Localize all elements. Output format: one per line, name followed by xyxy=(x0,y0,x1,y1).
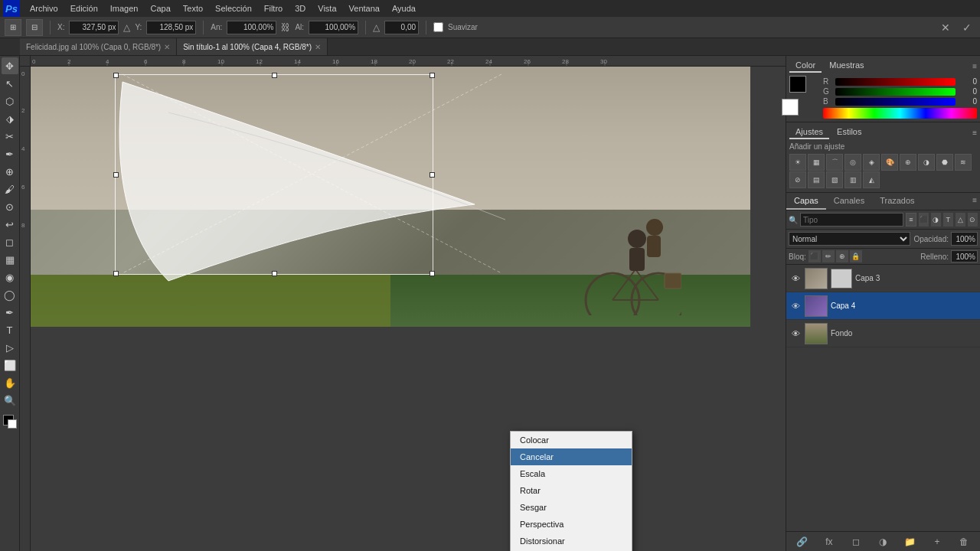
magic-tool[interactable]: ⬗ xyxy=(2,110,18,127)
lock-all-icon[interactable]: 🔒 xyxy=(850,250,862,262)
menu-filtro[interactable]: Filtro xyxy=(259,2,288,15)
move-tool[interactable]: ✥ xyxy=(2,57,18,74)
hand-tool[interactable]: ✋ xyxy=(2,374,18,391)
ctx-distorsionar[interactable]: Distorsionar xyxy=(511,533,632,549)
h-input[interactable] xyxy=(309,21,358,34)
tab-muestras[interactable]: Muestras xyxy=(823,59,870,73)
filter-shape-icon[interactable]: △ xyxy=(956,213,965,227)
lock-pos-icon[interactable]: ⊕ xyxy=(836,250,848,262)
select-tool[interactable]: ↖ xyxy=(2,75,18,92)
layer-eye-fondo[interactable]: 👁 xyxy=(789,328,802,340)
add-layer-btn[interactable]: + xyxy=(929,534,945,549)
tab-felicidad[interactable]: Felicidad.jpg al 100% (Capa 0, RGB/8*) ✕ xyxy=(20,38,177,55)
ctx-escala[interactable]: Escala xyxy=(511,465,632,482)
link-layers-btn[interactable]: 🔗 xyxy=(795,534,810,549)
fill-input[interactable] xyxy=(951,250,978,262)
hsl-icon[interactable]: 🎨 xyxy=(881,154,898,171)
r-slider[interactable] xyxy=(835,78,956,86)
menu-seleccion[interactable]: Selección xyxy=(210,2,257,15)
exposure-icon[interactable]: ◎ xyxy=(844,154,861,171)
tab-color[interactable]: Color xyxy=(789,59,822,73)
levels-icon[interactable]: ▦ xyxy=(808,154,825,171)
layer-eye-capa4[interactable]: 👁 xyxy=(789,300,802,312)
tab-canales[interactable]: Canales xyxy=(826,193,872,210)
add-mask-btn[interactable]: ◻ xyxy=(848,534,864,549)
opacity-input[interactable] xyxy=(951,232,978,246)
gradient-map-icon[interactable]: ▥ xyxy=(844,171,861,188)
menu-vista[interactable]: Vista xyxy=(312,2,341,15)
color-swatches[interactable] xyxy=(2,413,18,430)
layer-item-fondo[interactable]: 👁 Fondo xyxy=(786,320,980,347)
shape-tool[interactable]: ⬜ xyxy=(2,357,18,373)
bg-color[interactable] xyxy=(782,99,799,116)
tab-trazados[interactable]: Trazados xyxy=(872,193,922,210)
blur-tool[interactable]: ◉ xyxy=(2,269,18,285)
gradient-tool[interactable]: ▦ xyxy=(2,251,18,268)
zoom-tool[interactable]: 🔍 xyxy=(2,392,18,409)
ctx-perspectiva[interactable]: Perspectiva xyxy=(511,516,632,533)
smooth-checkbox[interactable] xyxy=(433,22,443,32)
cancel-transform-icon[interactable]: ✕ xyxy=(937,19,954,36)
x-input[interactable] xyxy=(69,21,119,34)
layer-item-capa4[interactable]: 👁 Capa 4 xyxy=(786,292,980,320)
tab-capas[interactable]: Capas xyxy=(786,193,826,210)
y-input[interactable] xyxy=(146,21,196,34)
g-slider[interactable] xyxy=(835,88,956,96)
invert-icon[interactable]: ⊘ xyxy=(789,171,806,188)
blend-mode-select[interactable]: Normal xyxy=(789,232,910,246)
colorbalance-icon[interactable]: ⊕ xyxy=(900,154,916,171)
patch-tool[interactable]: ⊕ xyxy=(2,163,18,180)
tab-close-2[interactable]: ✕ xyxy=(315,43,321,51)
w-input[interactable] xyxy=(227,21,276,34)
tab-estilos[interactable]: Estilos xyxy=(831,126,867,139)
rot-input[interactable] xyxy=(384,21,419,34)
delete-layer-btn[interactable]: 🗑 xyxy=(956,534,972,549)
eraser-tool[interactable]: ◻ xyxy=(2,233,18,250)
filter-adj-icon[interactable]: ◑ xyxy=(931,213,941,227)
curves-icon[interactable]: ⌒ xyxy=(826,154,843,171)
color-spectrum[interactable] xyxy=(823,108,977,119)
type-tool[interactable]: T xyxy=(2,321,18,338)
ctx-colocar[interactable]: Colocar xyxy=(511,432,632,448)
panel-menu-icon[interactable]: ≡ xyxy=(972,62,977,70)
brightness-icon[interactable]: ☀ xyxy=(789,154,806,171)
eyedropper-tool[interactable]: ✒ xyxy=(2,145,18,162)
posterize-icon[interactable]: ▤ xyxy=(808,171,825,188)
add-group-btn[interactable]: 📁 xyxy=(903,534,918,549)
filter-pixel-icon[interactable]: ⬛ xyxy=(919,213,929,227)
vibrance-icon[interactable]: ◈ xyxy=(863,154,880,171)
crop-tool[interactable]: ✂ xyxy=(2,128,18,145)
bg-swatch[interactable] xyxy=(8,419,17,429)
filter-text-icon[interactable]: T xyxy=(943,213,953,227)
tab-sintitulo[interactable]: Sin título-1 al 100% (Capa 4, RGB/8*) ✕ xyxy=(177,38,328,55)
selective-color-icon[interactable]: ◭ xyxy=(863,171,880,188)
tab-ajustes[interactable]: Ajustes xyxy=(789,126,829,139)
ctx-rotar[interactable]: Rotar xyxy=(511,482,632,499)
lasso-tool[interactable]: ⬡ xyxy=(2,93,18,109)
menu-3d[interactable]: 3D xyxy=(289,2,311,15)
threshold-icon[interactable]: ▧ xyxy=(826,171,843,188)
ctx-sesgar[interactable]: Sesgar xyxy=(511,499,632,516)
add-style-btn[interactable]: fx xyxy=(822,534,837,549)
path-select[interactable]: ▷ xyxy=(2,339,18,356)
menu-edicion[interactable]: Edición xyxy=(65,2,103,15)
layers-menu-icon[interactable]: ≡ xyxy=(969,193,980,210)
lock-px-icon[interactable]: ⬛ xyxy=(808,250,821,262)
history-brush[interactable]: ↩ xyxy=(2,216,18,233)
tab-close-1[interactable]: ✕ xyxy=(164,43,170,51)
menu-imagen[interactable]: Imagen xyxy=(105,2,144,15)
bw-icon[interactable]: ◑ xyxy=(918,154,935,171)
confirm-transform-icon[interactable]: ✓ xyxy=(959,19,975,36)
channelmix-icon[interactable]: ≋ xyxy=(955,154,972,171)
ctx-cancelar[interactable]: Cancelar xyxy=(511,448,632,465)
menu-texto[interactable]: Texto xyxy=(178,2,208,15)
layer-eye-capa3[interactable]: 👁 xyxy=(789,272,802,285)
fg-color[interactable] xyxy=(789,76,806,93)
adj-menu-icon[interactable]: ≡ xyxy=(972,129,977,137)
menu-ayuda[interactable]: Ayuda xyxy=(387,2,421,15)
b-slider[interactable] xyxy=(835,98,956,106)
menu-archivo[interactable]: Archivo xyxy=(24,2,64,15)
menu-ventana[interactable]: Ventana xyxy=(344,2,385,15)
add-adjustment-btn[interactable]: ◑ xyxy=(875,534,890,549)
dodge-tool[interactable]: ◯ xyxy=(2,286,18,303)
